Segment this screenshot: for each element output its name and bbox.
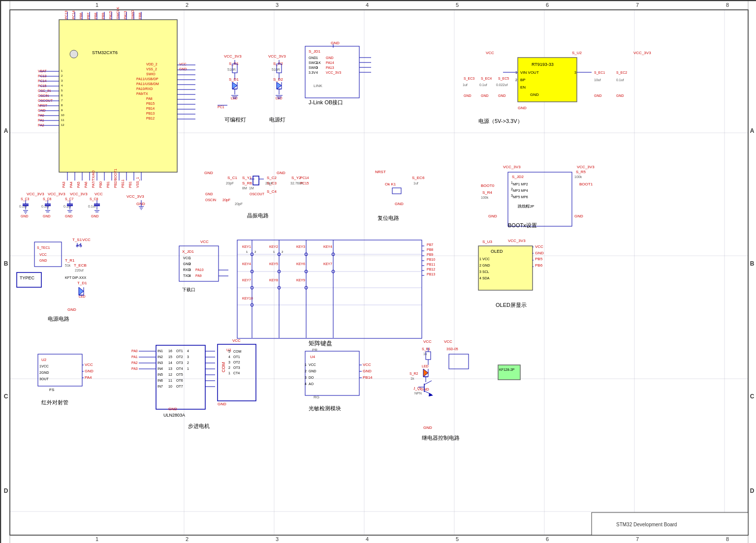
svg-text:PA10/RXD: PA10/RXD (136, 87, 153, 90)
svg-text:A: A (750, 127, 755, 134)
svg-text:220uf: 220uf (75, 269, 84, 272)
svg-text:3: 3 (228, 361, 230, 364)
svg-text:PB1: PB1 (128, 181, 132, 188)
svg-text:PB8: PB8 (427, 248, 433, 251)
svg-text:KEY7: KEY7 (242, 278, 251, 282)
svg-text:S_R2: S_R2 (410, 372, 418, 376)
svg-text:6: 6 (546, 536, 549, 542)
svg-text:VCC_3V3: VCC_3V3 (268, 54, 286, 59)
svg-text:KEY5: KEY5 (269, 262, 278, 266)
svg-text:3: 3 (276, 2, 279, 8)
svg-text:U2: U2 (41, 358, 47, 362)
svg-text:VCC: VCC (94, 192, 103, 196)
svg-text:S_Y1: S_Y1 (242, 176, 252, 180)
svg-text:GND: GND (594, 94, 602, 97)
svg-text:矩阵键盘: 矩阵键盘 (309, 340, 332, 347)
svg-text:100k: 100k (574, 175, 582, 179)
svg-text:OT6: OT6 (176, 379, 183, 382)
svg-text:PR: PR (312, 348, 317, 352)
svg-text:BOOT0: BOOT0 (481, 183, 495, 188)
svg-text:ULN2803A: ULN2803A (163, 413, 185, 418)
svg-text:GND: GND (43, 214, 51, 218)
svg-text:LED: LED (422, 364, 429, 368)
svg-text:510R: 510R (227, 68, 236, 71)
svg-text:S_D1: S_D1 (229, 77, 239, 82)
svg-text:20pF: 20pF (222, 198, 230, 202)
svg-text:IN5: IN5 (158, 373, 163, 376)
svg-text:PC14: PC14 (300, 176, 309, 180)
svg-text:100k: 100k (481, 196, 489, 199)
svg-text:OLED: OLED (491, 249, 503, 254)
svg-text:GND: GND (41, 371, 49, 374)
svg-text:4: 4 (479, 276, 481, 280)
svg-text:光敏检测模块: 光敏检测模块 (309, 405, 341, 411)
svg-text:VSS_2: VSS_2 (146, 67, 157, 71)
svg-text:VCC: VCC (41, 364, 49, 368)
svg-text:1: 1 (95, 2, 98, 8)
svg-text:VCC: VCC (85, 362, 93, 367)
svg-text:J-Link OB接口: J-Link OB接口 (309, 99, 343, 105)
svg-text:KFT DIP-XXX: KFT DIP-XXX (65, 276, 86, 279)
svg-text:B: B (750, 260, 755, 267)
svg-text:S_TEC1: S_TEC1 (37, 246, 50, 250)
svg-text:GND: GND (205, 192, 213, 196)
svg-text:OLED屏显示: OLED屏显示 (496, 302, 527, 308)
svg-text:B: B (4, 260, 8, 267)
svg-text:S_C4: S_C4 (267, 189, 277, 194)
svg-text:GND: GND (518, 106, 527, 110)
svg-text:PA9/TX: PA9/TX (136, 92, 148, 95)
svg-rect-3 (1, 1, 10, 543)
svg-text:2: 2 (186, 2, 189, 8)
svg-text:S_U3: S_U3 (482, 240, 493, 244)
svg-text:15: 15 (168, 355, 172, 359)
svg-text:SCL: SCL (482, 270, 489, 273)
svg-text:KEY1: KEY1 (242, 245, 251, 248)
svg-text:1: 1 (187, 367, 189, 370)
svg-text:C: C (4, 393, 8, 400)
svg-text:PA3: PA3 (62, 181, 65, 188)
svg-text:PB7: PB7 (427, 243, 433, 246)
svg-text:GND: GND (423, 425, 432, 430)
svg-rect-4 (748, 1, 756, 543)
svg-text:GND: GND (530, 92, 539, 97)
svg-text:2: 2 (479, 264, 481, 267)
svg-text:TYPEC: TYPEC (20, 275, 35, 280)
svg-text:2: 2 (305, 369, 307, 373)
svg-text:PA5: PA5 (77, 181, 80, 188)
svg-rect-1 (1, 1, 756, 10)
svg-text:CT4: CT4 (233, 371, 240, 375)
svg-text:3: 3 (511, 194, 513, 197)
svg-text:S_JD2: S_JD2 (512, 175, 524, 179)
svg-text:2: 2 (39, 371, 41, 374)
svg-text:S_D2: S_D2 (273, 77, 284, 82)
svg-text:RT9193-33: RT9193-33 (532, 62, 554, 67)
svg-text:S_U2: S_U2 (572, 51, 582, 55)
svg-text:PB13: PB13 (427, 272, 435, 276)
svg-text:T_ECB: T_ECB (74, 263, 87, 268)
svg-text:3SD-05: 3SD-05 (446, 347, 458, 351)
svg-text:PA4: PA4 (85, 375, 92, 380)
svg-text:FS: FS (49, 388, 54, 392)
svg-text:2: 2 (515, 78, 517, 82)
svg-text:电源（5V->3.3V）: 电源（5V->3.3V） (478, 118, 523, 124)
svg-text:KEY8: KEY8 (269, 278, 278, 282)
svg-text:12: 12 (61, 123, 64, 126)
svg-text:OT1: OT1 (176, 349, 183, 353)
schematic-container: 1 2 3 4 5 6 7 8 1 2 3 4 5 6 7 8 A B C D … (0, 0, 756, 543)
svg-text:VCC_3V3: VCC_3V3 (48, 192, 65, 196)
svg-text:1M: 1M (249, 186, 254, 190)
svg-text:VCC_3V3: VCC_3V3 (126, 194, 144, 199)
svg-text:VCC: VCC (232, 338, 241, 343)
svg-rect-567 (498, 365, 520, 380)
svg-text:3: 3 (187, 355, 189, 359)
svg-text:KEY4: KEY4 (242, 262, 251, 266)
svg-text:OT2: OT2 (233, 361, 240, 364)
svg-text:S_EC1: S_EC1 (594, 71, 605, 75)
svg-text:GND: GND (395, 202, 404, 206)
svg-text:STM32 Development Board: STM32 Development Board (616, 522, 677, 527)
svg-text:LINK: LINK (314, 84, 322, 88)
svg-text:PB1: PB1 (106, 181, 110, 188)
svg-text:GND: GND (331, 41, 340, 45)
svg-text:VIN VOUT: VIN VOUT (520, 70, 539, 75)
svg-text:GND: GND (488, 214, 497, 218)
